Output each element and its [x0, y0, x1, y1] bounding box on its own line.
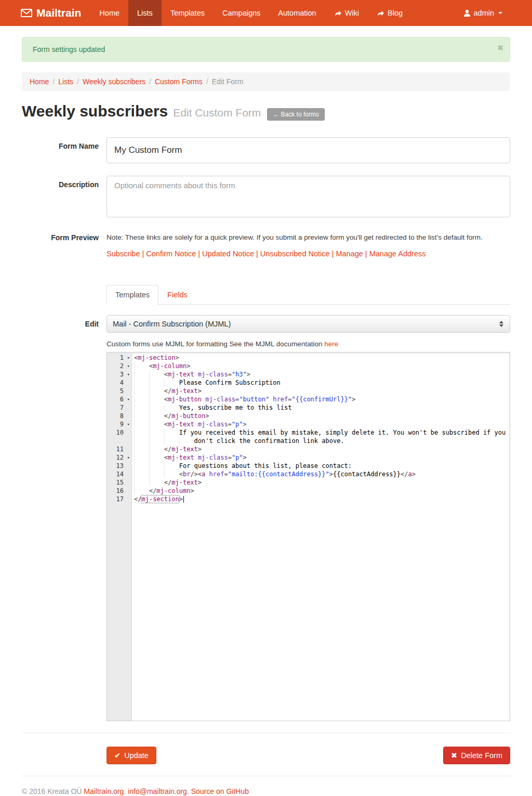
editor-gutter: 1▾2▾3▾456▾789▾101112▾1314151617: [107, 353, 132, 721]
breadcrumb-link-lists[interactable]: Lists: [58, 77, 73, 86]
editor-line[interactable]: </mj-column>: [134, 487, 510, 495]
nav-item-wiki[interactable]: Wiki: [325, 0, 368, 26]
editor-line[interactable]: </mj-text>: [134, 478, 510, 487]
gutter-line-number: 6▾: [107, 395, 131, 403]
copyright-text: © 2016 Kreata OÜ: [22, 787, 82, 795]
breadcrumb-link-custom-forms[interactable]: Custom Forms: [155, 77, 203, 86]
nav-item-blog[interactable]: Blog: [368, 0, 411, 26]
editor-line[interactable]: </mj-section>: [134, 495, 510, 503]
fold-toggle-icon[interactable]: ▾: [127, 370, 130, 379]
footer-link-source-on-github[interactable]: Source on GitHub: [191, 787, 249, 795]
page-header: Weekly subscribers Edit Custom Form ← Ba…: [22, 102, 510, 121]
template-select-value: Mail - Confirm Subscription (MJML): [113, 320, 231, 328]
fold-toggle-icon[interactable]: ▾: [127, 362, 130, 370]
editor-line[interactable]: <mj-text mj-class="h3">: [134, 370, 510, 379]
fold-toggle-icon[interactable]: ▾: [127, 395, 130, 403]
breadcrumb-current: Edit Form: [212, 77, 244, 86]
editor-code-pane[interactable]: <mj-section> <mj-column> <mj-text mj-cla…: [132, 353, 510, 721]
cross-icon: ✖: [451, 751, 457, 760]
external-link-icon: [334, 10, 342, 17]
gutter-line-number: 13: [107, 462, 131, 470]
breadcrumb-link-weekly-subscribers[interactable]: Weekly subscribers: [83, 77, 145, 86]
delete-form-label: Delete Form: [461, 751, 502, 760]
gutter-line-number: 4: [107, 379, 131, 387]
editor-line[interactable]: </mj-button>: [134, 412, 510, 420]
nav-item-templates[interactable]: Templates: [162, 0, 214, 26]
page-subtitle: Edit Custom Form: [173, 107, 261, 119]
editor-line[interactable]: <mj-text mj-class="p">: [134, 453, 510, 462]
nav-item-campaigns[interactable]: Campaigns: [214, 0, 269, 26]
editor-line[interactable]: </mj-text>: [134, 387, 510, 395]
fold-toggle-icon[interactable]: ▾: [127, 453, 130, 462]
edit-label: Edit: [22, 315, 99, 721]
delete-form-button[interactable]: ✖ Delete Form: [443, 747, 510, 764]
chevron-updown-icon: [499, 320, 503, 328]
form-name-field[interactable]: [107, 137, 510, 163]
code-editor[interactable]: 1▾2▾3▾456▾789▾101112▾1314151617 <mj-sect…: [107, 352, 510, 721]
gutter-line-number: 16: [107, 487, 131, 495]
user-menu[interactable]: admin: [455, 0, 512, 26]
gutter-line-number: 8: [107, 412, 131, 420]
tab-templates[interactable]: Templates: [107, 285, 158, 305]
tab-fields[interactable]: Fields: [158, 285, 196, 305]
footer-link-info-mailtrain-org[interactable]: info@mailtrain.org: [128, 787, 187, 795]
update-label: Update: [124, 751, 149, 760]
gutter-line-number: [107, 437, 131, 445]
external-link-icon: [377, 10, 384, 17]
footer-link-mailtrain-org[interactable]: Mailtrain.org: [84, 787, 124, 795]
user-icon: [463, 9, 471, 17]
footer: © 2016 Kreata OÜ Mailtrain.org, info@mai…: [22, 776, 510, 796]
nav-item-automation[interactable]: Automation: [269, 0, 325, 26]
editor-line[interactable]: </mj-text>: [134, 445, 510, 453]
gutter-line-number: 1▾: [107, 354, 131, 362]
editor-line[interactable]: Yes, subscribe me to this list: [134, 403, 510, 412]
editor-line[interactable]: don't click the confirmation link above.: [134, 437, 510, 445]
nav-item-lists[interactable]: Lists: [128, 0, 162, 26]
preview-link-confirm-notice[interactable]: Confirm Notice: [146, 250, 196, 258]
top-navbar: Mailtrain HomeListsTemplatesCampaignsAut…: [0, 0, 532, 26]
nav-item-home[interactable]: Home: [90, 0, 128, 26]
check-icon: ✔: [114, 751, 121, 760]
fold-toggle-icon[interactable]: ▾: [127, 420, 130, 428]
back-to-forms-label: Back to forms: [281, 111, 319, 118]
divider: [22, 733, 510, 733]
template-select[interactable]: Mail - Confirm Subscription (MJML): [107, 315, 510, 333]
description-field[interactable]: [107, 176, 510, 217]
form-name-label: Form Name: [22, 137, 99, 163]
gutter-line-number: 15: [107, 478, 131, 487]
gutter-line-number: 7: [107, 403, 131, 412]
breadcrumb: Home/Lists/Weekly subscribers/Custom For…: [22, 72, 510, 91]
preview-link-manage[interactable]: Manage: [336, 250, 363, 258]
tab-bar: TemplatesFields: [107, 285, 510, 305]
gutter-line-number: 17: [107, 495, 131, 503]
editor-line[interactable]: <mj-button mj-class="button" href="{{con…: [134, 395, 510, 403]
editor-line[interactable]: <mj-text mj-class="p">: [134, 420, 510, 428]
gutter-line-number: 14: [107, 470, 131, 478]
editor-line[interactable]: <br/><a href="mailto:{{contactAddress}}"…: [134, 470, 510, 478]
left-arrow-icon: ←: [273, 111, 279, 118]
preview-note: Note: These links are solely for a quick…: [107, 231, 510, 241]
gutter-line-number: 11: [107, 445, 131, 453]
editor-line[interactable]: If you received this email by mistake, s…: [134, 428, 510, 437]
gutter-line-number: 2▾: [107, 362, 131, 370]
back-to-forms-button[interactable]: ← Back to forms: [267, 108, 325, 121]
editor-line[interactable]: <mj-section>: [134, 354, 510, 362]
update-button[interactable]: ✔ Update: [107, 747, 156, 764]
alert-close-button[interactable]: ✖: [497, 44, 503, 52]
editor-line[interactable]: For questions about this list, please co…: [134, 462, 510, 470]
preview-link-manage-address[interactable]: Manage Address: [369, 250, 426, 258]
breadcrumb-link-home[interactable]: Home: [30, 77, 49, 86]
gutter-line-number: 3▾: [107, 370, 131, 379]
envelope-icon: [21, 9, 32, 17]
preview-link-updated-notice[interactable]: Updated Notice: [202, 250, 254, 258]
gutter-line-number: 12▾: [107, 453, 131, 462]
fold-toggle-icon[interactable]: ▾: [127, 354, 130, 362]
preview-link-unsubscribed-notice[interactable]: Unsubscribed Notice: [260, 250, 330, 258]
form-preview-label: Form Preview: [22, 231, 99, 258]
mjml-help-link[interactable]: here: [324, 340, 338, 348]
editor-line[interactable]: Please Confirm Subscription: [134, 379, 510, 387]
editor-line[interactable]: <mj-column>: [134, 362, 510, 370]
alert-text: Form settings updated: [33, 45, 105, 54]
preview-link-subscribe[interactable]: Subscribe: [107, 250, 140, 258]
brand-logo[interactable]: Mailtrain: [0, 0, 90, 26]
